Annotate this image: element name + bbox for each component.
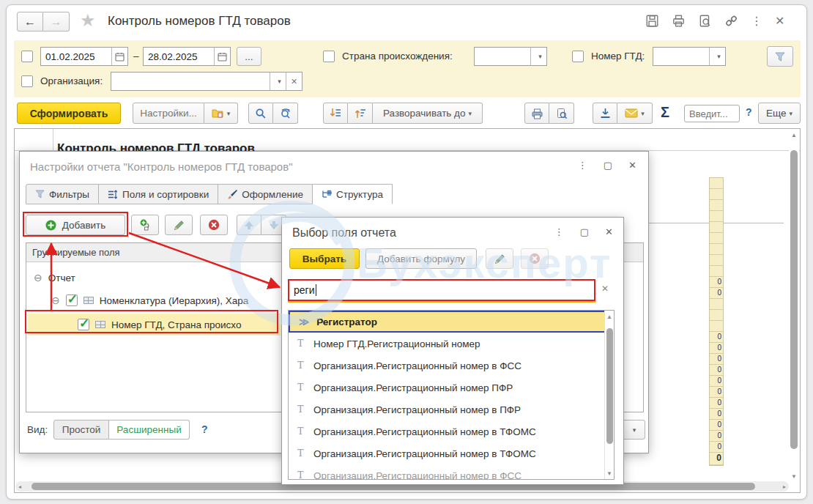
tree-row-gtd[interactable]: ✓ Номер ГТД, Страна происхо (78, 314, 280, 336)
country-combo[interactable]: ▾ (474, 47, 547, 66)
org-checkbox[interactable] (21, 75, 33, 87)
report-vscrollbar[interactable]: ▲ ▼ (789, 130, 799, 481)
app-window: ← → ★ Контроль номеров ГТД товаров ⋮ ✕ (6, 4, 807, 500)
list-item[interactable]: T Организация.Регистрационный номер в ТФ… (289, 420, 614, 442)
generate-button[interactable]: Сформировать (17, 103, 121, 124)
settings-bottom-combo[interactable]: ▾ (620, 420, 645, 440)
report-zero-cell: 0 (710, 376, 723, 387)
collapse-icon (330, 108, 341, 119)
row-checkbox[interactable]: ✓ (78, 319, 89, 330)
report-zero-cell (710, 211, 723, 222)
date-to-field[interactable]: 28.02.2025 (143, 47, 231, 66)
settings-button[interactable]: Настройки... (133, 103, 204, 124)
tab-appearance[interactable]: Оформление (218, 184, 313, 204)
expander-icon[interactable]: ⊖ (51, 294, 60, 306)
close-icon[interactable]: ✕ (775, 14, 784, 28)
dialog-close-icon[interactable]: ✕ (605, 226, 613, 237)
scroll-left-icon[interactable]: ◂ (18, 483, 21, 490)
edit-field-button[interactable] (486, 248, 513, 269)
dialog-close-icon[interactable]: ✕ (628, 160, 636, 171)
list-item[interactable]: T Организация.Регистрационный номер в ТФ… (289, 442, 614, 464)
forward-button[interactable]: → (43, 12, 70, 32)
delete-button[interactable] (200, 215, 228, 235)
save-icon[interactable] (645, 14, 659, 28)
structure-tab-icon (322, 190, 332, 199)
field-search-input[interactable]: реги (288, 279, 595, 301)
dialog-menu-icon[interactable]: ⋮ (578, 160, 587, 171)
tab-structure[interactable]: Структура (313, 184, 393, 204)
expander-icon[interactable]: ⊖ (34, 272, 42, 284)
list-scroll-thumb[interactable] (606, 328, 613, 444)
gtd-combo[interactable]: ▾ (653, 47, 726, 66)
scroll-up-icon[interactable]: ▲ (789, 132, 799, 138)
print-report-button[interactable] (524, 103, 549, 124)
settings-help-link[interactable]: ? (201, 423, 208, 435)
combo-dropdown-icon[interactable]: ▾ (530, 48, 546, 65)
tree-row-nomenclature[interactable]: ⊖ ✓ Номенклатура (Иерархия), Хара (51, 290, 286, 311)
expand-groups-button[interactable] (348, 103, 373, 124)
print-icon[interactable] (672, 14, 686, 28)
list-item[interactable]: T Организация.Регистрационный номер в ФС… (289, 355, 614, 377)
collapse-groups-button[interactable] (323, 103, 348, 124)
favorite-star-icon[interactable]: ★ (80, 10, 96, 31)
search-clear-icon[interactable]: ✕ (601, 284, 609, 294)
combo-clear-icon[interactable]: ✕ (286, 73, 302, 90)
list-item[interactable]: ≫ Регистратор (289, 311, 614, 333)
scroll-up-icon[interactable]: ▲ (605, 314, 614, 320)
period-checkbox[interactable] (21, 51, 33, 62)
org-combo[interactable]: ▾ ✕ (111, 72, 302, 91)
select-button[interactable]: Выбрать (289, 248, 360, 269)
scroll-down-icon[interactable]: ▼ (789, 473, 799, 480)
dialog-menu-icon[interactable]: ⋮ (554, 226, 564, 237)
calendar-icon[interactable] (111, 48, 127, 65)
combo-dropdown-icon[interactable]: ▾ (270, 73, 286, 90)
scroll-right-icon[interactable]: ▸ (783, 483, 786, 490)
edit-button[interactable] (165, 215, 193, 235)
send-mail-button[interactable]: ▾ (617, 103, 653, 124)
add-formula-button[interactable]: Добавить формулу (365, 248, 477, 269)
list-item[interactable]: T Организация.Регистрационный номер в ПФ… (289, 399, 614, 420)
quick-sum-input[interactable] (684, 105, 740, 122)
report-zero-cell (710, 321, 723, 332)
row-checkbox[interactable]: ✓ (66, 294, 78, 306)
back-button[interactable]: ← (17, 12, 43, 32)
link-icon[interactable] (724, 14, 738, 28)
tab-filters[interactable]: Фильтры (26, 184, 99, 204)
view-simple-button[interactable]: Простой (53, 420, 109, 440)
list-vscrollbar[interactable]: ▲ ▼ (604, 311, 614, 479)
help-link[interactable]: ? (746, 106, 752, 118)
list-item-partial[interactable]: T Организация.Регистрационный номер в ФС… (289, 464, 614, 480)
save-file-button[interactable] (593, 103, 617, 124)
print-preview-button[interactable] (549, 103, 574, 124)
list-item[interactable]: T Номер ГТД.Регистрационный номер (289, 333, 614, 355)
scroll-down-icon[interactable]: ▼ (605, 470, 614, 477)
tree-row-root[interactable]: ⊖ Отчет (34, 268, 75, 287)
calendar-icon[interactable] (214, 48, 230, 65)
tab-fields-sorting[interactable]: Поля и сортировки (99, 184, 218, 204)
expand-to-button[interactable]: Разворачивать до▾ (373, 103, 483, 124)
add-button[interactable]: Добавить (26, 215, 125, 235)
delete-field-button[interactable] (521, 248, 549, 269)
more-menu-icon[interactable]: ⋮ (751, 14, 762, 28)
dialog-maximize-icon[interactable]: ▢ (580, 226, 589, 237)
date-from-field[interactable]: 01.02.2025 (40, 47, 128, 66)
country-checkbox[interactable] (323, 51, 335, 62)
move-up-button[interactable] (237, 215, 261, 235)
filter-settings-button[interactable] (767, 46, 793, 67)
move-up-icon (245, 221, 253, 229)
report-zero-cell (710, 255, 723, 266)
view-extended-button[interactable]: Расширенный (109, 420, 190, 440)
sum-sigma-button[interactable]: Σ (661, 104, 669, 121)
combo-dropdown-icon[interactable]: ▾ (709, 48, 725, 65)
list-item[interactable]: T Организация.Регистрационный номер ПФР (289, 377, 614, 399)
period-more-button[interactable]: ... (237, 47, 261, 66)
preview-icon[interactable] (698, 14, 712, 28)
vscroll-thumb[interactable] (790, 150, 798, 449)
more-button[interactable]: Еще▾ (758, 103, 801, 124)
dialog-maximize-icon[interactable]: ▢ (604, 160, 612, 171)
find-button[interactable] (248, 103, 273, 124)
settings-variants-button[interactable]: ▾ (204, 103, 238, 124)
find-next-button[interactable] (273, 103, 298, 124)
gtd-checkbox[interactable] (572, 51, 584, 62)
group-button[interactable] (131, 215, 159, 235)
